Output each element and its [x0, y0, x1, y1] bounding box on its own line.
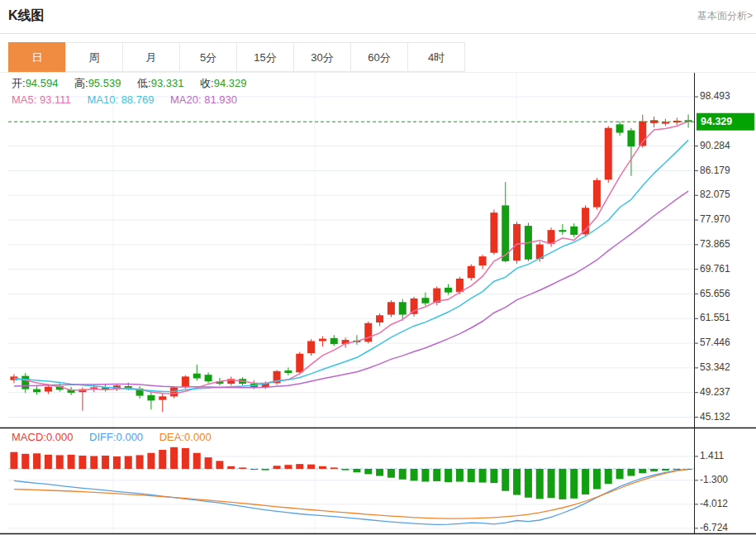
- legend-ma20: MA20: 81.930: [170, 93, 237, 106]
- candle-body-up: [296, 354, 303, 373]
- macd-hist-bar: [10, 452, 17, 469]
- macd-hist-bar: [284, 465, 292, 469]
- macd-hist-bar: [136, 455, 144, 469]
- macd-hist-bar: [627, 469, 635, 476]
- candle-body-up: [319, 339, 326, 342]
- macd-hist-bar: [216, 461, 223, 469]
- macd-hist-bar: [296, 464, 303, 469]
- candle-body-up: [662, 122, 669, 123]
- y-axis-label: 82.075: [700, 189, 730, 200]
- macd-hist-bar: [170, 447, 178, 469]
- candle-body-up: [411, 299, 418, 314]
- tab-month[interactable]: 月: [122, 42, 180, 72]
- y-axis-label: 57.446: [700, 337, 730, 348]
- legend-diff: DIFF:0.000: [89, 431, 143, 443]
- macd-hist-bar: [559, 469, 566, 499]
- candle-body-up: [548, 230, 555, 244]
- tab-4hour[interactable]: 4时: [407, 42, 465, 72]
- macd-hist-bar: [45, 455, 52, 469]
- y-axis-label: 49.237: [700, 386, 730, 398]
- macd-hist-bar: [342, 469, 349, 471]
- candle-body-up: [605, 128, 612, 179]
- macd-legend: MACD:0.000 DIFF:0.000 DEA:0.000: [12, 431, 225, 443]
- macd-hist-bar: [445, 469, 452, 482]
- tab-day[interactable]: 日: [8, 42, 66, 72]
- macd-hist-bar: [662, 469, 669, 471]
- macd-hist-bar: [639, 469, 646, 473]
- macd-hist-bar: [147, 453, 155, 469]
- candle-body-down: [559, 230, 566, 232]
- tab-60min[interactable]: 60分: [350, 42, 408, 72]
- macd-hist-bar: [593, 469, 601, 490]
- candle-body-up: [456, 279, 464, 292]
- candle-body-up: [45, 387, 52, 392]
- candle-body-down: [445, 288, 452, 293]
- candle-body-down: [627, 131, 635, 147]
- candle-body-up: [468, 266, 475, 279]
- candle-body-down: [421, 298, 429, 303]
- macd-hist-bar: [513, 469, 521, 495]
- macd-hist-bar: [353, 469, 360, 472]
- legend-open: 开:94.594: [12, 77, 58, 89]
- macd-hist-bar: [182, 448, 189, 469]
- tab-week[interactable]: 周: [65, 42, 123, 72]
- macd-hist-bar: [433, 469, 440, 481]
- y-axis-label: 77.970: [700, 213, 730, 225]
- current-price-label: 94.329: [701, 116, 732, 127]
- candle-body-down: [616, 124, 624, 132]
- candle-body-up: [490, 213, 497, 253]
- candle-body-down: [399, 302, 407, 314]
- legend-macd: MACD:0.000: [12, 431, 73, 443]
- macd-hist-bar: [205, 457, 212, 469]
- y-axis-label: 90.284: [700, 140, 730, 151]
- candle-body-up: [388, 302, 395, 314]
- y-axis-label: 61.551: [700, 312, 730, 323]
- tab-15min[interactable]: 15分: [236, 42, 294, 72]
- macd-hist-bar: [78, 456, 86, 469]
- candle-body-up: [182, 376, 189, 386]
- macd-hist-bar: [605, 469, 612, 484]
- candle-body-down: [284, 370, 292, 373]
- candle-body-down: [205, 375, 212, 381]
- macd-hist-bar: [525, 469, 532, 498]
- macd-hist-bar: [262, 469, 269, 471]
- macd-hist-bar: [364, 469, 372, 474]
- macd-hist-bar: [536, 469, 544, 499]
- legend-high: 高:95.539: [74, 77, 121, 89]
- macd-hist-bar: [33, 453, 40, 469]
- macd-hist-bar: [570, 469, 578, 499]
- candle-body-up: [479, 256, 487, 265]
- macd-hist-bar: [376, 469, 383, 476]
- macd-hist-bar: [102, 456, 109, 469]
- tab-30min[interactable]: 30分: [293, 42, 351, 72]
- interval-tab-bar: 日周月5分15分30分60分4时: [8, 42, 465, 72]
- candle-body-down: [193, 374, 201, 379]
- y-axis-label: 53.342: [700, 361, 730, 373]
- macd-hist-bar: [650, 469, 658, 471]
- tab-5min[interactable]: 5分: [179, 42, 237, 72]
- macd-hist-bar: [388, 469, 395, 478]
- macd-hist-bar: [307, 465, 315, 469]
- macd-hist-bar: [411, 469, 418, 480]
- macd-hist-bar: [113, 456, 121, 469]
- macd-hist-bar: [193, 453, 201, 469]
- y-axis-label: 69.761: [700, 263, 730, 275]
- candle-body-down: [147, 395, 155, 401]
- macd-hist-bar: [227, 466, 235, 469]
- y-axis-label: 65.656: [700, 288, 730, 299]
- candle-body-down: [33, 389, 40, 393]
- macd-hist-bar: [239, 467, 246, 469]
- candle-body-up: [593, 180, 601, 208]
- candle-body-down: [21, 376, 29, 389]
- macd-axis-label: -1.300: [700, 474, 728, 485]
- macd-hist-bar: [90, 456, 97, 469]
- candle-body-up: [90, 387, 97, 388]
- candle-body-down: [330, 338, 338, 344]
- candle-body-up: [307, 342, 315, 354]
- macd-hist-bar: [159, 450, 166, 469]
- macd-hist-bar: [273, 466, 281, 469]
- macd-hist-bar: [319, 466, 326, 469]
- macd-axis-label: -6.724: [700, 522, 728, 533]
- macd-hist-bar: [456, 469, 464, 482]
- macd-hist-bar: [399, 469, 407, 480]
